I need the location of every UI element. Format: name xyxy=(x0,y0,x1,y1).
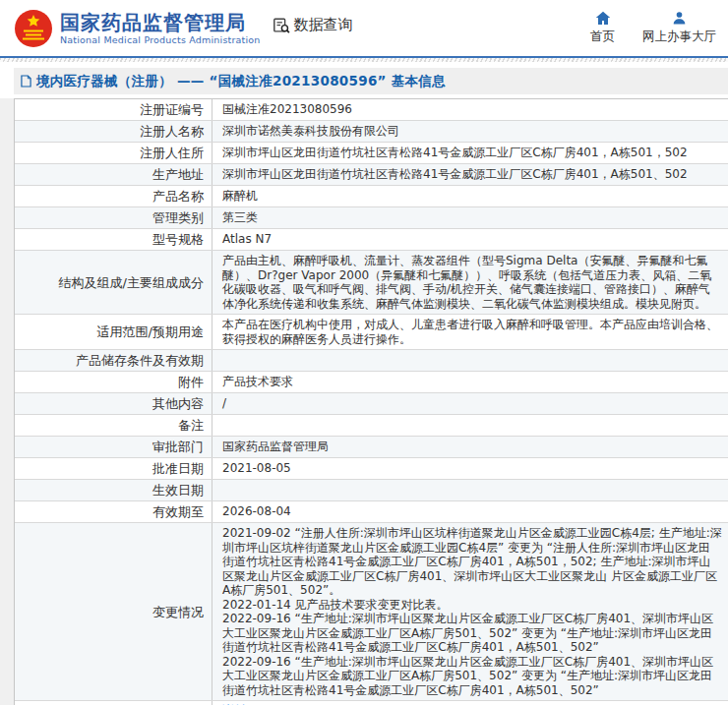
table-row: 适用范围/预期用途本产品在医疗机构中使用，对成人、儿童患者进行吸入麻醉和呼吸管理… xyxy=(15,315,728,350)
row-value-cell: 2021-08-05 xyxy=(212,458,728,479)
page: 国家药品监督管理局 National Medical Products Admi… xyxy=(0,0,728,705)
row-label-text: 批准日期 xyxy=(152,461,204,476)
agency-name-zh: 国家药品监督管理局 xyxy=(60,12,261,33)
table-row: 产品储存条件及有效期 xyxy=(15,350,728,372)
table-row: 附件产品技术要求 xyxy=(15,372,728,393)
person-icon xyxy=(672,11,687,26)
row-label-text: 附件 xyxy=(178,375,204,389)
row-label-text: 备注 xyxy=(178,418,204,433)
row-label-text: 审批部门 xyxy=(152,440,204,454)
row-label: 结构及组成/主要组成成分 xyxy=(15,251,212,314)
row-value-cell xyxy=(212,350,728,371)
row-value: 国家药品监督管理局 xyxy=(222,440,329,454)
table-row: 批准日期2021-08-05 xyxy=(15,458,728,480)
row-label-text: 生产地址 xyxy=(152,167,204,182)
row-value-cell: 麻醉机 xyxy=(212,186,728,206)
row-value: 国械注准20213080596 xyxy=(222,102,352,117)
row-label: 备注 xyxy=(15,415,212,436)
row-value-cell: 2021-09-02 “注册人住所:深圳市坪山区坑梓街道聚龙山片区金威源工业园C… xyxy=(212,523,728,700)
data-query-nav[interactable]: 数据查询 xyxy=(273,16,353,34)
data-query-icon xyxy=(273,17,290,34)
row-label-text: 产品名称 xyxy=(152,189,204,204)
row-label-text: 结构及组成/主要组成成分 xyxy=(59,275,204,290)
row-value-cell xyxy=(212,480,728,500)
data-query-label: 数据查询 xyxy=(294,16,353,34)
row-value-cell: 第三类 xyxy=(212,207,728,228)
row-value: 第三类 xyxy=(222,210,258,225)
row-label-text: 型号规格 xyxy=(152,232,204,247)
row-value-cell: 国家药品监督管理局 xyxy=(212,437,728,457)
row-value: 本产品在医疗机构中使用，对成人、儿童患者进行吸入麻醉和呼吸管理。本产品应由培训合… xyxy=(222,318,722,346)
row-value-cell: 2026-08-04 xyxy=(212,501,728,522)
table-row: 注册人住所深圳市坪山区龙田街道竹坑社区青松路41号金威源工业厂区C栋厂房401，… xyxy=(15,143,728,164)
row-label: 其他内容 xyxy=(15,393,212,414)
table-row: 注册人名称深圳市诺然美泰科技股份有限公司 xyxy=(15,121,728,143)
row-label: 型号规格 xyxy=(15,229,212,250)
row-label: 注册人名称 xyxy=(15,121,212,142)
row-label: 批准日期 xyxy=(15,458,212,479)
row-value: / xyxy=(222,396,226,411)
table-row: 审批部门国家药品监督管理局 xyxy=(15,437,728,458)
row-label-text: 有效期至 xyxy=(152,504,204,519)
row-label: 适用范围/预期用途 xyxy=(15,315,212,349)
row-label-text: 变更情况 xyxy=(152,605,204,619)
row-label: 产品名称 xyxy=(15,186,212,206)
row-value-cell: 产品由主机、麻醉呼吸机、流量计、蒸发器组件（型号Sigma Delta（安氟醚、… xyxy=(212,251,728,314)
row-label: 变更情况 xyxy=(15,523,212,700)
site-header: 国家药品监督管理局 National Medical Products Admi… xyxy=(0,0,728,56)
row-label: 管理类别 xyxy=(15,207,212,228)
row-label-text: 管理类别 xyxy=(152,210,204,225)
agency-name-block: 国家药品监督管理局 National Medical Products Admi… xyxy=(60,12,261,45)
row-value: 2021-09-02 “注册人住所:深圳市坪山区坑梓街道聚龙山片区金威源工业园C… xyxy=(222,526,722,697)
row-value: 深圳市诺然美泰科技股份有限公司 xyxy=(222,124,399,139)
row-label-text: 注册人住所 xyxy=(140,146,204,160)
row-label-text: 产品储存条件及有效期 xyxy=(76,353,204,368)
content-area: 注册证编号国械注准20213080596注册人名称深圳市诺然美泰科技股份有限公司… xyxy=(0,98,728,705)
row-value: 2026-08-04 xyxy=(222,504,291,519)
agency-name-en: National Medical Products Administration xyxy=(60,34,261,45)
row-label: 审批部门 xyxy=(15,437,212,457)
document-icon xyxy=(21,75,31,88)
row-value: 麻醉机 xyxy=(222,189,258,204)
home-icon xyxy=(595,11,611,26)
row-value: 深圳市坪山区龙田街道竹坑社区青松路41号金威源工业厂区C栋厂房401，A栋501… xyxy=(222,167,688,182)
agency-brand[interactable]: 国家药品监督管理局 National Medical Products Admi… xyxy=(14,9,261,48)
row-value-cell: 产品技术要求 xyxy=(212,372,728,392)
row-value-cell: 深圳市坪山区龙田街道竹坑社区青松路41号金威源工业厂区C栋厂房401，A栋501… xyxy=(212,164,728,185)
row-value-cell: Atlas N7 xyxy=(212,229,728,250)
table-row: 注册证编号国械注准20213080596 xyxy=(15,99,728,121)
row-value: 深圳市坪山区龙田街道竹坑社区青松路41号金威源工业厂区C栋厂房401，A栋501… xyxy=(222,146,688,160)
row-value-cell: 本产品在医疗机构中使用，对成人、儿童患者进行吸入麻醉和呼吸管理。本产品应由培训合… xyxy=(212,315,728,349)
table-row: 其他内容/ xyxy=(15,393,728,415)
page-title: 境内医疗器械（注册） —— “国械注准20213080596” 基本信息 xyxy=(36,73,446,90)
nav-home[interactable]: 首页 xyxy=(590,11,615,45)
row-label: 生效日期 xyxy=(15,480,212,500)
row-value-cell: 国械注准20213080596 xyxy=(212,99,728,120)
table-row: 备注 xyxy=(15,415,728,437)
row-label-text: 生效日期 xyxy=(152,483,204,498)
row-value-cell: 深圳市坪山区龙田街道竹坑社区青松路41号金威源工业厂区C栋厂房401，A栋501… xyxy=(212,143,728,163)
row-value-cell: 深圳市诺然美泰科技股份有限公司 xyxy=(212,121,728,142)
table-row: 产品名称麻醉机 xyxy=(15,186,728,207)
row-value-cell: / xyxy=(212,393,728,414)
row-label: 注册证编号 xyxy=(15,99,212,120)
table-row: 生产地址深圳市坪山区龙田街道竹坑社区青松路41号金威源工业厂区C栋厂房401，A… xyxy=(15,164,728,186)
row-value-cell: 详情 xyxy=(212,701,728,705)
page-title-bar: 境内医疗器械（注册） —— “国械注准20213080596” 基本信息 xyxy=(14,68,728,94)
nav-service-hall-label: 网上办事大厅 xyxy=(642,29,716,45)
table-row: 变更情况2021-09-02 “注册人住所:深圳市坪山区坑梓街道聚龙山片区金威源… xyxy=(15,523,728,701)
row-label-text: 适用范围/预期用途 xyxy=(97,324,204,339)
table-row: 有效期至2026-08-04 xyxy=(15,501,728,523)
nav-home-label: 首页 xyxy=(590,29,615,45)
row-label: 注册人住所 xyxy=(15,143,212,163)
row-value-cell xyxy=(212,415,728,436)
row-value: 产品技术要求 xyxy=(222,375,293,389)
row-label: 附件 xyxy=(15,372,212,392)
table-row: 生效日期 xyxy=(15,480,728,501)
row-value: 产品由主机、麻醉呼吸机、流量计、蒸发器组件（型号Sigma Delta（安氟醚、… xyxy=(222,254,722,311)
nav-service-hall[interactable]: 网上办事大厅 xyxy=(642,11,716,45)
registration-info-table: 注册证编号国械注准20213080596注册人名称深圳市诺然美泰科技股份有限公司… xyxy=(14,98,728,705)
table-row: 注详情 xyxy=(15,701,728,705)
table-row: 管理类别第三类 xyxy=(15,207,728,229)
row-value: 2021-08-05 xyxy=(222,461,291,476)
